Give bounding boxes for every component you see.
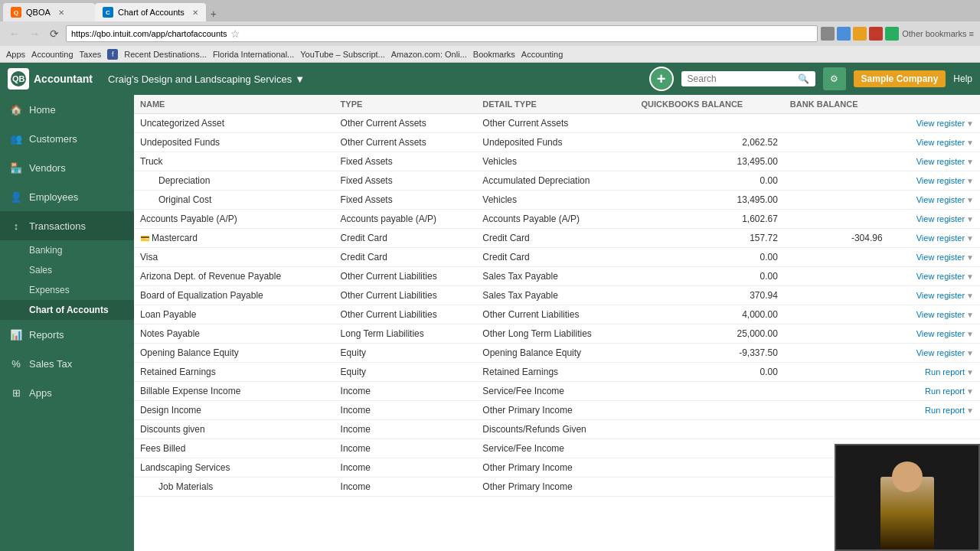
sidebar-item-apps[interactable]: ⊞ Apps [0,378,134,407]
run-report-button[interactable]: Run report [925,386,965,396]
extension-icon-5[interactable] [885,27,899,41]
dropdown-arrow[interactable]: ▼ [966,158,974,166]
view-register-button[interactable]: View register [916,214,965,223]
company-name-selector[interactable]: Craig's Design and Landscaping Services … [108,73,305,85]
sidebar-item-reports[interactable]: 📊 Reports [0,320,134,349]
dropdown-arrow[interactable]: ▼ [966,349,974,357]
dropdown-arrow[interactable]: ▼ [966,387,974,396]
dropdown-arrow[interactable]: ▼ [966,311,974,319]
sidebar-item-home[interactable]: 🏠 Home [0,95,134,124]
run-report-button[interactable]: Run report [925,406,965,415]
view-register-button[interactable]: View register [916,291,965,300]
sidebar-sub-sales[interactable]: Sales [0,260,134,280]
bookmark-taxes[interactable]: Taxes [80,50,102,59]
col-type: TYPE [335,95,477,114]
employees-icon: 👤 [9,190,23,204]
sidebar-item-transactions[interactable]: ↕ Transactions [0,211,134,240]
action-cell: View register▼ [895,272,974,281]
tab1-close[interactable]: ✕ [58,8,64,17]
table-row: Undeposited Funds Other Current Assets U… [134,133,980,152]
dropdown-arrow[interactable]: ▼ [966,292,974,300]
add-button[interactable]: + [649,67,674,91]
address-bar[interactable]: https://qbo.intuit.com/app/chartofaccoun… [66,25,818,42]
cell-qb-balance: 4,000.00 [635,305,784,324]
view-register-button[interactable]: View register [916,233,965,243]
svg-text:QB: QB [12,74,25,83]
back-button[interactable]: ← [6,25,23,42]
sidebar-item-employees[interactable]: 👤 Employees [0,182,134,211]
view-register-button[interactable]: View register [916,348,965,357]
view-register-button[interactable]: View register [916,310,965,319]
sidebar-sub-coa[interactable]: Chart of Accounts [0,300,134,320]
cell-bank-balance [784,171,889,191]
dropdown-arrow[interactable]: ▼ [966,215,974,223]
table-row: Arizona Dept. of Revenue Payable Other C… [134,267,980,286]
reload-button[interactable]: ⟳ [46,25,63,42]
other-bookmarks[interactable]: Other bookmarks ≡ [902,29,974,38]
table-row: Retained Earnings Equity Retained Earnin… [134,363,980,382]
dropdown-arrow[interactable]: ▼ [966,272,974,281]
dropdown-arrow[interactable]: ▼ [966,406,974,415]
help-button[interactable]: Help [953,73,972,84]
extension-icon-1[interactable] [821,27,835,41]
extension-icon-4[interactable] [869,27,883,41]
table-row: Loan Payable Other Current Liabilities O… [134,305,980,324]
table-row: Depreciation Fixed Assets Accumulated De… [134,171,980,191]
view-register-button[interactable]: View register [916,176,965,185]
view-register-button[interactable]: View register [916,138,965,147]
dropdown-arrow[interactable]: ▼ [966,139,974,147]
facebook-icon[interactable]: f [107,49,118,60]
sidebar-sub-banking[interactable]: Banking [0,240,134,260]
dropdown-arrow[interactable]: ▼ [966,119,974,128]
bookmark-accounting2[interactable]: Accounting [521,50,563,59]
sidebar-sub-expenses[interactable]: Expenses [0,280,134,300]
cell-detail: Sales Tax Payable [476,286,635,305]
gear-button[interactable]: ⚙ [823,67,846,90]
cell-qb-balance: 0.00 [635,248,784,267]
dropdown-arrow[interactable]: ▼ [966,368,974,377]
view-register-button[interactable]: View register [916,272,965,281]
search-input[interactable] [688,73,795,84]
dropdown-arrow[interactable]: ▼ [966,253,974,262]
dropdown-arrow[interactable]: ▼ [966,196,974,204]
run-report-button[interactable]: Run report [925,367,965,377]
forward-button[interactable]: → [26,25,43,42]
cell-type: Accounts payable (A/P) [335,210,477,229]
cell-detail: Other Current Assets [476,114,635,133]
sample-company-button[interactable]: Sample Company [854,70,946,87]
sidebar-item-vendors[interactable]: 🏪 Vendors [0,153,134,182]
extension-icon-2[interactable] [837,27,851,41]
bookmark-recent[interactable]: Recent Destinations... [124,50,207,59]
cell-qb-balance [635,420,784,439]
bookmark-youtube[interactable]: YouTube – Subscript... [300,50,384,59]
cell-qb-balance: 13,495.00 [635,152,784,171]
bookmark-apps[interactable]: Apps [6,50,25,59]
cell-name: Retained Earnings [134,363,335,382]
dropdown-arrow[interactable]: ▼ [966,177,974,185]
view-register-button[interactable]: View register [916,157,965,166]
action-cell: View register▼ [895,233,974,243]
bookmark-bookmarks[interactable]: Bookmarks [473,50,515,59]
view-register-button[interactable]: View register [916,119,965,128]
dropdown-arrow[interactable]: ▼ [966,234,974,243]
bookmark-accounting[interactable]: Accounting [31,50,73,59]
new-tab-button[interactable]: + [206,6,221,21]
salestax-icon: % [9,357,23,370]
cell-type: Equity [335,363,477,382]
extension-icon-3[interactable] [853,27,867,41]
transactions-icon: ↕ [9,219,23,233]
bookmark-star[interactable]: ☆ [230,28,240,40]
sidebar-item-salestax[interactable]: % Sales Tax [0,349,134,378]
cell-action: View register▼ [889,152,980,171]
browser-tab-2[interactable]: C Chart of Accounts ✕ [95,3,206,21]
view-register-button[interactable]: View register [916,253,965,262]
bookmark-amazon[interactable]: Amazon.com: Onli... [391,50,467,59]
apps-icon: ⊞ [9,386,23,399]
dropdown-arrow[interactable]: ▼ [966,330,974,338]
sidebar-item-customers[interactable]: 👥 Customers [0,124,134,153]
tab2-close[interactable]: ✕ [192,8,198,17]
browser-tab-1[interactable]: Q QBOA ✕ [3,3,95,21]
view-register-button[interactable]: View register [916,329,965,338]
view-register-button[interactable]: View register [916,195,965,204]
bookmark-florida[interactable]: Florida International... [213,50,294,59]
